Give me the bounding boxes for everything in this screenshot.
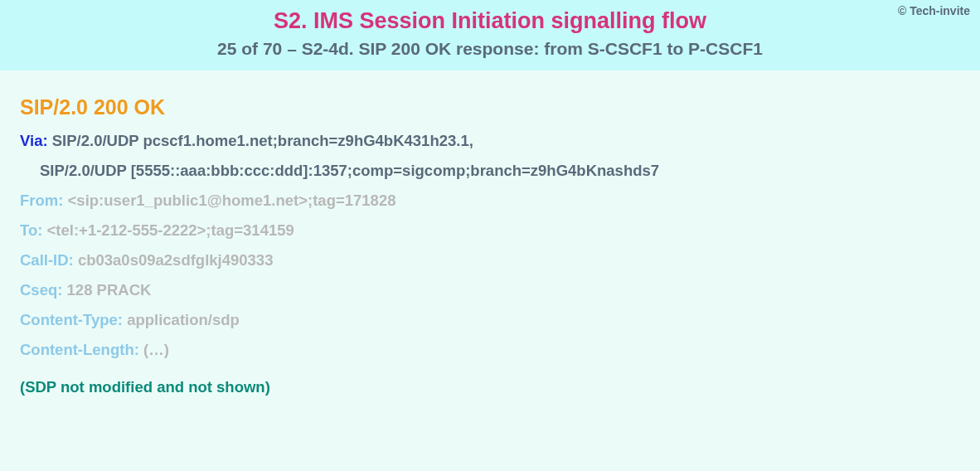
- to-header: To: <tel:+1-212-555-2222>;tag=314159: [20, 221, 960, 240]
- content-length-header-name: Content-Length: [20, 341, 134, 358]
- callid-header: Call-ID: cb03a0s09a2sdfglkj490333: [20, 250, 960, 270]
- sip-message-content: SIP/2.0 200 OK Via: SIP/2.0/UDP pcscf1.h…: [0, 70, 980, 405]
- via-header-value2: SIP/2.0/UDP [5555::aaa:bbb:ccc:ddd]:1357…: [40, 162, 659, 179]
- from-header-name: From: [20, 192, 58, 209]
- content-type-header-value: application/sdp: [127, 311, 240, 328]
- cseq-header: Cseq: 128 PRACK: [20, 280, 960, 300]
- sdp-note: (SDP not modified and not shown): [20, 378, 960, 396]
- from-header: From: <sip:user1_public1@home1.net>;tag=…: [20, 191, 960, 211]
- via-header-line1: Via: SIP/2.0/UDP pcscf1.home1.net;branch…: [20, 131, 960, 151]
- from-header-value: <sip:user1_public1@home1.net>;tag=171828: [68, 192, 396, 209]
- callid-header-name: Call-ID: [20, 251, 69, 269]
- via-header-line2: SIP/2.0/UDP [5555::aaa:bbb:ccc:ddd]:1357…: [20, 161, 960, 181]
- header-band: © Tech-invite S2. IMS Session Initiation…: [0, 0, 980, 70]
- cseq-header-value: 128 PRACK: [67, 281, 152, 299]
- content-type-header-name: Content-Type: [20, 311, 118, 328]
- page-title: S2. IMS Session Initiation signalling fl…: [17, 8, 963, 34]
- content-length-header: Content-Length: (…): [20, 340, 960, 360]
- content-length-header-value: (…): [143, 341, 169, 358]
- callid-header-value: cb03a0s09a2sdfglkj490333: [78, 251, 274, 269]
- content-type-header: Content-Type: application/sdp: [20, 310, 960, 330]
- cseq-header-name: Cseq: [20, 281, 57, 299]
- page-subtitle: 25 of 70 – S2-4d. SIP 200 OK response: f…: [17, 39, 963, 59]
- via-header-name: Via: [20, 132, 42, 149]
- sip-status-line: SIP/2.0 200 OK: [20, 95, 960, 119]
- to-header-name: To: [20, 221, 37, 239]
- via-header-value1: SIP/2.0/UDP pcscf1.home1.net;branch=z9hG…: [52, 132, 473, 149]
- to-header-value: <tel:+1-212-555-2222>;tag=314159: [47, 221, 294, 239]
- copyright-notice: © Tech-invite: [898, 4, 970, 17]
